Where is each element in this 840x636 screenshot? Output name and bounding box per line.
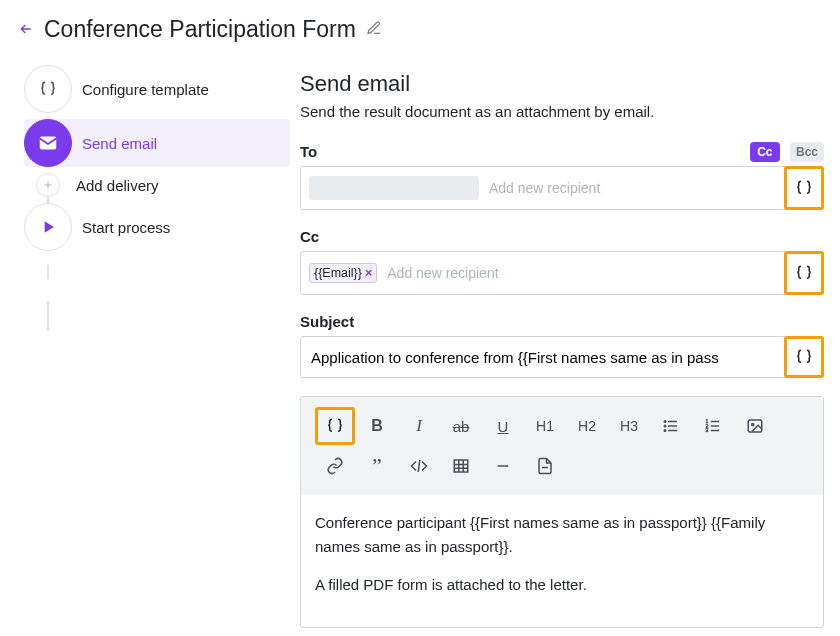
- subject-input[interactable]: [300, 336, 824, 378]
- strikethrough-button[interactable]: ab: [441, 407, 481, 445]
- connector-line: [47, 301, 49, 331]
- svg-point-6: [664, 430, 666, 432]
- redacted-recipient-chip[interactable]: [309, 176, 479, 200]
- svg-point-4: [664, 421, 666, 423]
- step-send-email[interactable]: Send email: [24, 119, 290, 167]
- edit-icon[interactable]: [366, 20, 382, 40]
- link-button[interactable]: [315, 447, 355, 485]
- svg-point-5: [664, 425, 666, 427]
- svg-line-15: [418, 460, 420, 472]
- rich-text-editor: B I ab U H1 H2 H3 123 ”: [300, 396, 824, 628]
- svg-point-14: [752, 423, 754, 425]
- h2-button[interactable]: H2: [567, 407, 607, 445]
- h3-button[interactable]: H3: [609, 407, 649, 445]
- cc-token-chip[interactable]: {{Email}} ×: [309, 263, 377, 283]
- remove-token-icon[interactable]: ×: [365, 266, 372, 280]
- numbered-list-button[interactable]: 123: [693, 407, 733, 445]
- back-arrow-icon[interactable]: [18, 21, 36, 39]
- subject-label: Subject: [300, 313, 824, 330]
- to-placeholder: Add new recipient: [489, 180, 600, 196]
- bullet-list-button[interactable]: [651, 407, 691, 445]
- body-line: Conference participant {{First names sam…: [315, 511, 809, 559]
- bold-button[interactable]: B: [357, 407, 397, 445]
- svg-text:3: 3: [706, 427, 709, 433]
- section-description: Send the result document as an attachmen…: [300, 103, 824, 120]
- editor-body[interactable]: Conference participant {{First names sam…: [301, 495, 823, 627]
- editor-toolbar: B I ab U H1 H2 H3 123 ”: [301, 397, 823, 495]
- step-label: Send email: [82, 135, 157, 152]
- section-title: Send email: [300, 71, 824, 97]
- image-button[interactable]: [735, 407, 775, 445]
- cc-toggle-badge[interactable]: Cc: [750, 142, 779, 162]
- page-title: Conference Participation Form: [44, 16, 356, 43]
- plus-icon: [42, 179, 54, 191]
- insert-token-button[interactable]: [784, 336, 824, 378]
- bcc-toggle-badge[interactable]: Bcc: [790, 142, 824, 162]
- step-start-process[interactable]: Start process: [24, 203, 290, 251]
- insert-token-button[interactable]: [315, 407, 355, 445]
- step-label: Start process: [82, 219, 170, 236]
- step-configure-template[interactable]: Configure template: [24, 65, 290, 113]
- step-add-delivery[interactable]: Add delivery: [24, 173, 290, 197]
- step-label: Add delivery: [76, 177, 159, 194]
- step-label: Configure template: [82, 81, 209, 98]
- cc-label: Cc: [300, 228, 824, 245]
- body-line: A filled PDF form is attached to the let…: [315, 573, 809, 597]
- underline-button[interactable]: U: [483, 407, 523, 445]
- cc-input[interactable]: {{Email}} × Add new recipient: [300, 251, 824, 295]
- insert-token-button[interactable]: [784, 166, 824, 210]
- quote-button[interactable]: ”: [357, 447, 397, 485]
- code-button[interactable]: [399, 447, 439, 485]
- page-break-button[interactable]: [525, 447, 565, 485]
- to-label: To: [300, 143, 317, 160]
- svg-rect-16: [454, 460, 468, 472]
- play-icon: [38, 217, 58, 237]
- h1-button[interactable]: H1: [525, 407, 565, 445]
- sidebar: Configure template Send email Add delive…: [0, 65, 290, 628]
- horizontal-rule-button[interactable]: [483, 447, 523, 485]
- connector-line: [47, 265, 49, 279]
- cc-placeholder: Add new recipient: [387, 265, 498, 281]
- braces-icon: [39, 80, 57, 98]
- insert-token-button[interactable]: [784, 251, 824, 295]
- table-button[interactable]: [441, 447, 481, 485]
- token-text: {{Email}}: [314, 266, 362, 280]
- mail-icon: [37, 132, 59, 154]
- to-input[interactable]: Add new recipient: [300, 166, 824, 210]
- italic-button[interactable]: I: [399, 407, 439, 445]
